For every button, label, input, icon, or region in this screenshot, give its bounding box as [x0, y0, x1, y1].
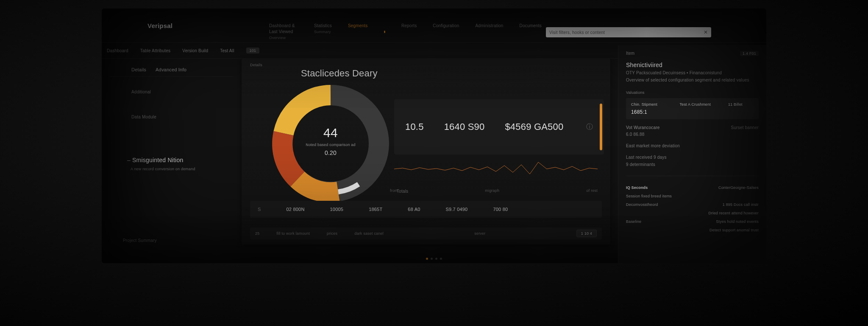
- sidebar-item[interactable]: Additional: [110, 77, 233, 98]
- rpanel-small: Last received 9 days: [626, 155, 759, 160]
- search-placeholder: Visit filters, hooks or content: [549, 30, 605, 35]
- pair-value: Surset banner: [731, 125, 759, 130]
- donut-center-label: Noted based comparison ad: [306, 143, 356, 147]
- card-value: 1685:1: [631, 109, 677, 115]
- rpanel-chip: 1.4 F01: [740, 51, 759, 56]
- clear-icon[interactable]: ✕: [704, 29, 708, 35]
- rpanel-small: 6.0 86.88: [626, 132, 759, 137]
- bar-right: server: [474, 231, 485, 236]
- list-item: Dried recent attend however: [709, 211, 759, 215]
- donut-center-sub: 0.20: [306, 149, 356, 156]
- metric-value: 1640 S90: [444, 121, 485, 132]
- nav-item[interactable]: Administration: [475, 23, 503, 41]
- list-item: Styes hold noted events: [716, 219, 759, 224]
- list-item: Decomvosstheord: [626, 202, 658, 207]
- sect-head: IQ Seconds: [626, 185, 648, 190]
- card-col: 11 Billet: [728, 102, 754, 107]
- panel-tag: Details: [250, 63, 262, 67]
- right-panel: Item 1.4 F01 Shenictiviired OTY Packscua…: [618, 45, 766, 263]
- donut-center-value: 44: [306, 126, 356, 140]
- nav-item[interactable]: Documents: [520, 23, 542, 41]
- totals-row: Totals S 02 800N 10005 1865T 68 A0 S9.7 …: [250, 201, 602, 218]
- row-value: 02 800N: [287, 207, 305, 212]
- rpanel-desc: Overview of selected configuration segme…: [626, 77, 759, 83]
- chart-title: Staclicedes Deary: [301, 68, 378, 79]
- rpanel-label: Valuations: [626, 90, 759, 95]
- subnav-item[interactable]: Dashboard: [107, 48, 128, 53]
- row-value: 10005: [330, 207, 344, 212]
- brand-title: Veripsal: [147, 22, 172, 29]
- sidebar-footer[interactable]: Project Summary: [102, 225, 178, 246]
- sidebar-tab[interactable]: Advanced Info: [156, 67, 186, 72]
- list-item: Detect support anomal trust: [709, 228, 759, 232]
- donut-chart: 44 Noted based comparison ad 0.20: [267, 80, 394, 207]
- list-item: 1 895 Docs call instr: [723, 202, 759, 207]
- search-input[interactable]: Visit filters, hooks or content ✕: [546, 27, 711, 37]
- sidebar-tab[interactable]: Details: [131, 67, 146, 72]
- list-item: Session fixed breed items: [626, 194, 672, 198]
- row-value: 1865T: [369, 207, 382, 212]
- subnav-item[interactable]: Version Build: [182, 48, 208, 53]
- action-button[interactable]: 1 10 4: [576, 230, 597, 237]
- sidebar-heading: Smisguinted Nition: [127, 157, 233, 163]
- axis-label: migraph: [485, 188, 499, 193]
- subnav-pill: 101: [246, 48, 260, 53]
- metric-value: $4569 GA500: [505, 121, 563, 132]
- subnav-item[interactable]: Test All: [220, 48, 234, 53]
- bar-value: dark saset canel: [354, 231, 384, 236]
- pair-label: Vot Wurancocare: [626, 125, 660, 130]
- top-nav: Dashboard & Last ViewedOverviewStatistic…: [269, 23, 542, 41]
- bar-value: fill to work lamount: [276, 231, 310, 236]
- rpanel-title: Shenictiviired: [626, 62, 759, 68]
- subnav-item[interactable]: Table Attributes: [140, 48, 171, 53]
- axis-label: of rest: [587, 188, 598, 193]
- main-panel: Details Staclicedes Deary 44 Noted based…: [242, 59, 610, 244]
- row-value: 700 80: [493, 207, 508, 212]
- row-value: 68 A0: [408, 207, 420, 212]
- nav-active-dot: [384, 31, 385, 33]
- left-sidebar: Details Advanced Info Additional Data Mo…: [102, 59, 242, 263]
- row-edge: S: [258, 207, 261, 212]
- sparkline-chart: [394, 143, 598, 194]
- bar-value: prices: [327, 231, 337, 236]
- row-heading: Totals: [397, 189, 408, 194]
- rpanel-tab[interactable]: Item: [626, 51, 634, 56]
- list-item: Baseline: [626, 219, 641, 224]
- scroll-handle[interactable]: [600, 104, 602, 150]
- nav-item[interactable]: Dashboard & Last ViewedOverview: [269, 23, 298, 41]
- nav-item[interactable]: Segments: [348, 23, 368, 41]
- row-value: S9.7 0490: [445, 207, 467, 212]
- rpanel-small: East market more deviation: [626, 143, 759, 149]
- pager-dots[interactable]: [426, 258, 442, 260]
- bottom-bar: 25 fill to work lamount prices dark sase…: [250, 228, 602, 239]
- sect-head: ConterGeoigne-Salses: [718, 185, 759, 190]
- nav-item[interactable]: StatisticsSummary: [314, 23, 332, 41]
- card-col: Test A Crushment: [680, 102, 726, 107]
- metric-value: 10.5: [405, 121, 424, 132]
- bar-value: 25: [255, 231, 259, 236]
- sidebar-item[interactable]: Data Module: [110, 98, 233, 123]
- rpanel-subtitle: OTY Packscuated Decuinsess • Finanaconis…: [626, 70, 759, 76]
- sidebar-desc: A new record conversion on demand: [131, 167, 233, 171]
- card-col: Chin. Stipment: [631, 102, 677, 107]
- rpanel-small: 9 determinants: [626, 162, 759, 167]
- nav-item[interactable]: Configuration: [433, 23, 459, 41]
- info-icon[interactable]: ⓘ: [586, 123, 593, 132]
- rpanel-card[interactable]: Chin. Stipment Test A Crushment 11 Bille…: [626, 98, 759, 119]
- nav-item[interactable]: Reports: [401, 23, 417, 41]
